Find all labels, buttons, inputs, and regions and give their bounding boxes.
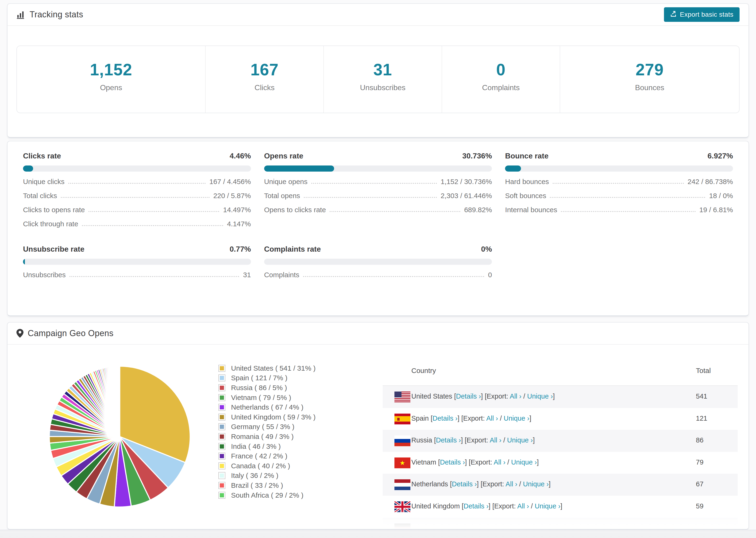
dotted-leader [330,211,460,212]
legend-item-italy[interactable]: Italy ( 36 / 2% ) [218,471,315,481]
export-all-link[interactable]: All › [494,458,506,466]
legend-item-germany[interactable]: Germany ( 55 / 3% ) [218,422,315,432]
legend-item-france[interactable]: France ( 42 / 2% ) [218,451,315,461]
stat-value: 167 [250,60,279,79]
dotted-leader [68,183,206,184]
geo-header: Campaign Geo Opens [8,323,748,345]
rate-block-clicks: Clicks rate4.46%Unique clicks167 / 4.456… [23,152,251,228]
rate-detail-value: 31 [243,271,251,279]
legend-item-russia[interactable]: Russia ( 86 / 5% ) [218,383,315,393]
country-cell: Spain [Details ›] [Export: All › / Uniqu… [411,414,531,422]
geo-table-row: United States [Details ›] [Export: All ›… [383,386,738,408]
stat-value: 0 [496,60,506,79]
dotted-leader [82,225,223,226]
details-link[interactable]: Details › [440,458,465,466]
legend-item-canada[interactable]: Canada ( 40 / 2% ) [218,461,315,471]
export-unique-link[interactable]: Unique › [527,393,553,400]
rate-title: Opens rate [264,152,303,160]
legend-item-brazil[interactable]: Brazil ( 33 / 2% ) [218,480,315,490]
rate-value: 4.46% [230,152,251,160]
rate-detail-label: Soft bounces [505,192,546,200]
country-cell: United States [Details ›] [Export: All ›… [411,393,555,400]
rate-detail-row: Click through rate4.147% [23,220,251,228]
pie-slice-small[interactable] [119,366,120,437]
export-unique-link[interactable]: Unique › [507,436,533,444]
rate-detail-row: Clicks to opens rate14.497% [23,206,251,214]
legend-item-united-kingdom[interactable]: United Kingdom ( 59 / 3% ) [218,412,315,422]
rate-detail-label: Unique opens [264,178,307,186]
legend-item-spain[interactable]: Spain ( 121 / 7% ) [218,373,315,383]
rate-progress-fill [505,166,521,172]
nl-flag-icon [395,479,410,490]
de-flag-icon [395,523,410,529]
export-all-link[interactable]: All › [506,480,517,488]
stat-label: Unsubscribes [360,83,405,92]
rate-detail-row: Unique clicks167 / 4.456% [23,178,251,186]
stat-box-clicks: 167Clicks [206,46,324,113]
geo-table-row: Vietnam [Details ›] [Export: All › / Uni… [383,452,738,474]
dotted-leader [303,276,484,277]
details-link[interactable]: Details › [432,414,458,422]
details-link[interactable]: Details › [452,480,477,488]
rate-detail-label: Opens to clicks rate [264,206,326,214]
rate-title: Bounce rate [505,152,549,160]
geo-table-row: Spain [Details ›] [Export: All › / Uniqu… [383,408,738,430]
export-all-link[interactable]: All › [517,502,529,510]
legend-item-south-africa[interactable]: South Africa ( 29 / 2% ) [218,490,315,500]
summary-stats-row: 1,152Opens167Clicks31Unsubscribes0Compla… [17,45,739,113]
rate-detail-label: Hard bounces [505,178,549,186]
legend-item-united-states[interactable]: United States ( 541 / 31% ) [218,363,315,373]
rate-title: Clicks rate [23,152,61,160]
geo-table-header-total: Total [696,367,711,375]
legend-item-india[interactable]: India ( 46 / 3% ) [218,442,315,452]
export-all-link[interactable]: All › [510,393,521,400]
export-icon [670,11,676,19]
stat-box-bounces: 279Bounces [560,46,739,113]
rate-detail-value: 242 / 86.738% [688,178,733,186]
legend-swatch [218,404,225,411]
rate-value: 0% [481,245,492,253]
geo-table-row-partial [383,518,738,529]
geo-table-row: Russia [Details ›] [Export: All › / Uniq… [383,430,738,452]
rate-progress-track [264,166,492,172]
total-cell: 59 [696,502,703,510]
legend-label: India ( 46 / 3% ) [231,443,281,451]
rate-detail-value: 18 / 0% [709,192,733,200]
export-all-link[interactable]: All › [490,436,502,444]
rate-detail-row: Total clicks220 / 5.87% [23,192,251,200]
details-link[interactable]: Details › [463,502,488,510]
rate-progress-fill [264,166,334,172]
rate-block-opens: Opens rate30.736%Unique opens1,152 / 30.… [264,152,492,228]
rate-detail-label: Click through rate [23,220,78,228]
legend-item-vietnam[interactable]: Vietnam ( 79 / 5% ) [218,393,315,403]
stat-label: Bounces [635,83,665,92]
dotted-leader [550,197,705,198]
legend-item-romania[interactable]: Romania ( 49 / 3% ) [218,432,315,442]
stat-box-unsubscribes: 31Unsubscribes [324,46,442,113]
geo-table-row: United Kingdom [Details ›] [Export: All … [383,496,738,518]
legend-item-netherlands[interactable]: Netherlands ( 67 / 4% ) [218,402,315,412]
rate-detail-label: Internal bounces [505,206,557,214]
details-link[interactable]: Details › [436,436,461,444]
legend-swatch [218,453,225,459]
rates-card: Clicks rate4.46%Unique clicks167 / 4.456… [7,141,749,316]
legend-label: Netherlands ( 67 / 4% ) [231,403,303,411]
export-unique-link[interactable]: Unique › [535,502,561,510]
vn-flag-icon [395,457,410,468]
rate-progress-fill [23,259,25,265]
export-all-link[interactable]: All › [486,414,498,422]
rate-title: Complaints rate [264,245,321,253]
rate-block-complaints: Complaints rate0%Complaints0 [264,245,492,279]
details-link[interactable]: Details › [456,393,481,400]
es-flag-icon [395,413,410,424]
export-unique-link[interactable]: Unique › [504,414,529,422]
legend-swatch [218,365,225,372]
campaign-geo-opens-card: Campaign Geo Opens United States ( 541 /… [7,322,749,529]
export-basic-stats-button[interactable]: Export basic stats [664,7,739,22]
export-unique-link[interactable]: Unique › [523,480,549,488]
tracking-stats-header: Tracking stats Export basic stats [8,4,748,26]
rate-detail-value: 19 / 6.81% [699,206,733,214]
export-unique-link[interactable]: Unique › [511,458,537,466]
rate-progress-track [505,166,733,172]
rate-detail-label: Clicks to opens rate [23,206,85,214]
